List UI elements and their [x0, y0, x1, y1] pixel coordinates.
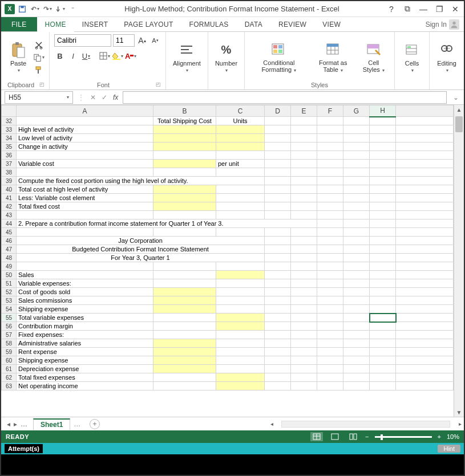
minimize-icon[interactable]: —	[418, 4, 428, 14]
cell-D55[interactable]	[265, 314, 291, 322]
cell-H46[interactable]	[370, 237, 396, 245]
cell-A53[interactable]: Sales commissions	[17, 296, 153, 305]
cell-A62[interactable]: Total fixed expenses	[17, 373, 153, 382]
cell-styles-button[interactable]: Cell Styles ▾	[358, 40, 390, 75]
horizontal-scrollbar[interactable]	[281, 421, 450, 428]
cell-E43[interactable]	[291, 211, 317, 219]
cell-E42[interactable]	[291, 202, 317, 211]
cell-D41[interactable]	[265, 194, 291, 202]
cell-E62[interactable]	[291, 373, 317, 382]
cell-D37[interactable]	[265, 160, 291, 168]
page-layout-view-icon[interactable]	[329, 432, 341, 441]
row-header-60[interactable]: 60	[2, 356, 17, 365]
zoom-out-icon[interactable]: −	[365, 433, 369, 440]
cell-D35[interactable]	[265, 143, 291, 151]
scroll-down-icon[interactable]: ▼	[454, 408, 464, 417]
cell-A43[interactable]	[17, 211, 153, 219]
cell-F51[interactable]	[317, 279, 343, 288]
cell-G47[interactable]	[343, 245, 370, 254]
cell-C37[interactable]: per unit	[216, 160, 265, 168]
cell-A47[interactable]: Budgeted Contribution Format Income Stat…	[17, 245, 265, 254]
cell-G43[interactable]	[343, 211, 370, 219]
scroll-thumb[interactable]	[455, 116, 463, 132]
cell-E34[interactable]	[291, 134, 317, 143]
select-all-cell[interactable]	[2, 105, 17, 117]
cell-G48[interactable]	[343, 254, 370, 262]
cell-C32[interactable]: Units	[216, 117, 265, 125]
cell-F61[interactable]	[317, 365, 343, 373]
tab-insert[interactable]: INSERT	[74, 17, 116, 31]
row-header-42[interactable]: 42	[2, 202, 17, 211]
cell-B51[interactable]	[153, 279, 216, 288]
cell-H50[interactable]	[370, 271, 396, 279]
increase-font-icon[interactable]: A▴	[136, 35, 148, 46]
cell-G41[interactable]	[343, 194, 370, 202]
cell-F49[interactable]	[317, 262, 343, 271]
cell-F47[interactable]	[317, 245, 343, 254]
editing-button[interactable]: Editing ▾	[434, 40, 459, 74]
cell-H32[interactable]	[370, 117, 396, 125]
row-header-49[interactable]: 49	[2, 262, 17, 271]
normal-view-icon[interactable]	[310, 432, 323, 441]
cell-C38[interactable]	[216, 168, 265, 177]
touch-mode-icon[interactable]: ▾	[55, 4, 65, 14]
decrease-font-icon[interactable]: A▾	[149, 35, 161, 46]
cell-E53[interactable]	[291, 296, 317, 305]
cell-G58[interactable]	[343, 339, 370, 348]
cell-H54[interactable]	[370, 305, 396, 314]
paste-button[interactable]: Paste ▾	[6, 40, 31, 74]
row-header-44[interactable]: 44	[2, 219, 17, 228]
sheet-nav-next-icon[interactable]: ▸	[14, 420, 17, 428]
cell-E33[interactable]	[291, 125, 317, 134]
zoom-slider[interactable]	[375, 436, 432, 438]
copy-icon[interactable]: ▾	[33, 52, 45, 63]
cell-H51[interactable]	[370, 279, 396, 288]
cell-F41[interactable]	[317, 194, 343, 202]
cell-E41[interactable]	[291, 194, 317, 202]
cell-F62[interactable]	[317, 373, 343, 382]
cell-E57[interactable]	[291, 331, 317, 339]
cell-B40[interactable]	[153, 185, 216, 194]
cell-F55[interactable]	[317, 314, 343, 322]
cell-D62[interactable]	[265, 373, 291, 382]
cell-C54[interactable]	[216, 305, 265, 314]
cell-A48[interactable]: For Year 3, Quarter 1	[17, 254, 265, 262]
cells-button[interactable]: Cells ▾	[399, 40, 424, 74]
cell-E45[interactable]	[291, 228, 317, 237]
cell-G60[interactable]	[343, 356, 370, 365]
cell-A33[interactable]: High level of activity	[17, 125, 153, 134]
cell-C55[interactable]	[216, 314, 265, 322]
tab-formulas[interactable]: FORMULAS	[181, 17, 237, 31]
row-header-48[interactable]: 48	[2, 254, 17, 262]
cell-A63[interactable]: Net operating income	[17, 382, 153, 390]
cell-G35[interactable]	[343, 143, 370, 151]
cell-F54[interactable]	[317, 305, 343, 314]
row-header-58[interactable]: 58	[2, 339, 17, 348]
cell-B49[interactable]	[153, 262, 216, 271]
cell-A37[interactable]: Variable cost	[17, 160, 153, 168]
cell-B57[interactable]	[153, 331, 216, 339]
row-header-62[interactable]: 62	[2, 373, 17, 382]
vertical-scrollbar[interactable]: ▲ ▼	[454, 105, 464, 417]
row-header-34[interactable]: 34	[2, 134, 17, 143]
scroll-up-icon[interactable]: ▲	[454, 105, 464, 114]
cell-G61[interactable]	[343, 365, 370, 373]
cell-B63[interactable]	[153, 382, 216, 390]
cell-B54[interactable]	[153, 305, 216, 314]
cell-C63[interactable]	[216, 382, 265, 390]
cell-F32[interactable]	[317, 117, 343, 125]
cell-D57[interactable]	[265, 331, 291, 339]
row-header-47[interactable]: 47	[2, 245, 17, 254]
cell-C58[interactable]	[216, 339, 265, 348]
cell-E50[interactable]	[291, 271, 317, 279]
cell-F58[interactable]	[317, 339, 343, 348]
cell-B50[interactable]	[153, 271, 216, 279]
name-box[interactable]: H55 ▾	[5, 91, 73, 104]
save-icon[interactable]	[17, 4, 27, 14]
qat-customize-icon[interactable]: ⁼	[67, 4, 78, 14]
col-header-B[interactable]: B	[153, 105, 216, 117]
cell-B61[interactable]	[153, 365, 216, 373]
row-header-46[interactable]: 46	[2, 237, 17, 245]
cell-D50[interactable]	[265, 271, 291, 279]
cell-F52[interactable]	[317, 288, 343, 296]
